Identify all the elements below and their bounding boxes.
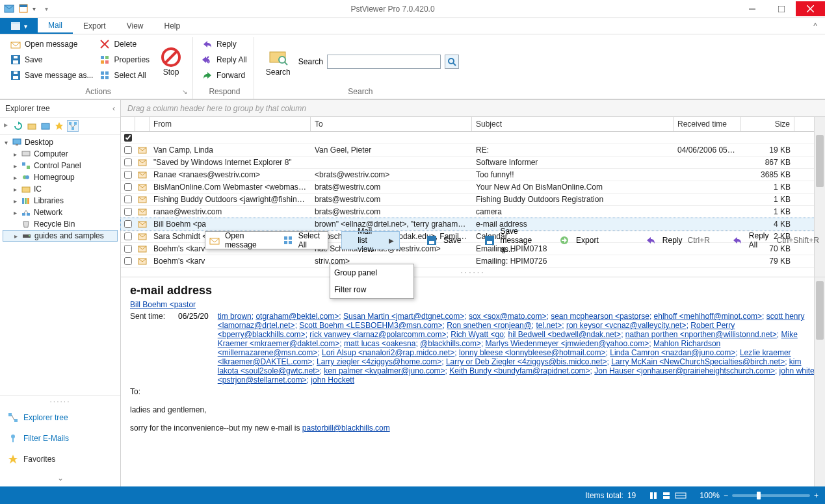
row-checkbox[interactable] <box>124 245 132 253</box>
row-checkbox[interactable] <box>124 233 132 240</box>
filter-row[interactable] <box>121 132 825 144</box>
quickaccess-icon[interactable] <box>18 3 30 15</box>
tab-export[interactable]: Export <box>73 18 116 34</box>
column-received[interactable]: Received time <box>674 117 741 131</box>
tree-node-ic[interactable]: ▸IC <box>3 183 118 195</box>
recipient-link[interactable]: Jon Hauser <jonhauser@prairieheightschur… <box>594 366 775 375</box>
view-icon-2[interactable] <box>662 491 671 500</box>
ctx-group-panel[interactable]: Group panel <box>330 264 413 281</box>
recipient-link[interactable]: ron keysor <vcnaz@valleycity.net> <box>566 321 687 330</box>
recipient-link[interactable]: ken palmer <kvpalmer@juno.com> <box>324 366 445 375</box>
recipient-link[interactable]: Lori Alsup <nanalori2@rap.midco.net> <box>322 348 454 357</box>
dialog-launcher-icon[interactable]: ↘ <box>182 88 187 95</box>
ctx-export[interactable]: Export <box>554 232 618 249</box>
recipient-link[interactable]: Larry or Deb Ziegler <4ziggys@bis.midco.… <box>446 357 607 366</box>
search-input[interactable] <box>327 55 441 69</box>
select-all-button[interactable]: Select All <box>98 68 151 82</box>
recipient-link[interactable]: otgraham@bektel.com> <box>255 312 339 321</box>
row-checkbox[interactable] <box>124 158 132 166</box>
row-checkbox[interactable] <box>124 257 132 265</box>
reply-all-button[interactable]: Reply All <box>201 53 248 67</box>
tree-node-network[interactable]: ▸Network <box>3 207 118 218</box>
star-icon[interactable] <box>53 120 65 132</box>
column-to[interactable]: To <box>311 117 472 131</box>
table-row[interactable]: Van Camp, LindaVan Geel, PieterRE:04/06/… <box>121 144 825 157</box>
view-icon-3[interactable] <box>675 491 687 500</box>
search-big-button[interactable]: Search <box>262 47 295 77</box>
save-as-button[interactable]: Save message as... <box>9 68 94 82</box>
tab-view[interactable]: View <box>116 18 154 34</box>
row-checkbox[interactable] <box>124 171 132 179</box>
preview-scrollbar[interactable] <box>814 277 825 486</box>
ctx-save[interactable]: Save <box>421 232 480 249</box>
filter-checkbox[interactable] <box>124 134 132 142</box>
recipient-link[interactable]: Keith Bundy <bundyfam@rapidnet.com> <box>449 366 590 375</box>
recipient-link[interactable]: Ron snethen <ronjean@ <box>447 321 532 330</box>
table-row[interactable]: ranae@westriv.combrats@westriv.comcamera… <box>121 206 825 218</box>
minimize-button[interactable] <box>737 1 766 16</box>
properties-button[interactable]: Properties <box>98 53 151 67</box>
sidebar-chevron-down-icon[interactable]: ⌄ <box>0 470 120 486</box>
tree-node-control-panel[interactable]: ▸Control Panel <box>3 160 118 171</box>
recipient-link[interactable]: Susan Martin <jmart@dtgnet.com> <box>343 312 464 321</box>
preview-from-link[interactable]: Bill Boehm <pastor <box>130 300 196 309</box>
ctx-reply[interactable]: ReplyCtrl+R <box>640 232 729 249</box>
tree-node-desktop[interactable]: ▾Desktop <box>3 136 118 148</box>
table-row[interactable]: BisManOnline.Com Webmaster <webmaster@bi… <box>121 181 825 194</box>
table-row[interactable]: "Saved by Windows Internet Explorer 8"So… <box>121 157 825 169</box>
icon-column-header[interactable] <box>135 117 150 131</box>
row-checkbox[interactable] <box>124 195 132 203</box>
table-row[interactable]: Fishing Buddy Outdoors <jawright@fishing… <box>121 194 825 206</box>
table-row[interactable]: Ranae <ranaes@westriv.com><brats@westriv… <box>121 169 825 181</box>
quickaccess-dropdown-icon[interactable]: ▾ <box>33 5 36 12</box>
row-checkbox[interactable] <box>124 220 132 228</box>
forward-button[interactable]: Forward <box>201 68 248 82</box>
recipient-link[interactable]: tim brown <box>218 312 252 321</box>
reply-button[interactable]: Reply <box>201 37 248 51</box>
ctx-select-all[interactable]: Select All <box>279 232 342 249</box>
recipient-link[interactable]: sox <sox@mato.com> <box>469 312 547 321</box>
recipient-link[interactable]: Linda Camron <nazdan@juno.com> <box>610 348 735 357</box>
column-from[interactable]: From <box>150 117 311 131</box>
recipient-link[interactable]: Larry McKain <NewChurchSpecialties@birch… <box>611 357 785 366</box>
checkbox-column-header[interactable] <box>121 117 135 131</box>
toolbar-expand-icon[interactable]: ▸ <box>4 120 10 132</box>
tab-mail[interactable]: Mail <box>38 18 73 34</box>
ctx-reply-all[interactable]: Reply AllCtrl+Shift+R <box>729 232 825 249</box>
recipient-link[interactable]: lonny bleese <lonnybleese@hotmail.com> <box>459 348 606 357</box>
sidebar-nav-explorer[interactable]: Explorer tree <box>0 407 120 428</box>
view-icon-1[interactable] <box>649 491 658 500</box>
ctx-filter-row[interactable]: Filter row <box>330 281 413 298</box>
ctx-mail-list-view[interactable]: Mail list view▶ <box>342 232 399 249</box>
save-button[interactable]: Save <box>9 53 94 67</box>
table-row[interactable]: Boehm's <karvstriv.com>Emailing: HPIM072… <box>121 255 825 268</box>
table-row[interactable]: Bill Boehm <pabrown" <ellnaz@drtel.net>,… <box>121 218 825 231</box>
row-checkbox[interactable] <box>124 208 132 216</box>
tree-node-libraries[interactable]: ▸Libraries <box>3 195 118 207</box>
sidebar-collapse-icon[interactable]: ‹ <box>112 104 115 113</box>
recipient-link[interactable]: Larry ziegler <4ziggys@home.com> <box>317 357 441 366</box>
stop-button[interactable]: Stop <box>155 37 187 86</box>
recipient-link[interactable]: Marlys Wiedenmeyer <jmwieden@yahoo.com> <box>486 339 649 348</box>
recipient-link[interactable]: @blackhills.com> <box>420 339 481 348</box>
tree-node-computer[interactable]: ▸Computer <box>3 148 118 160</box>
zoom-in-button[interactable]: + <box>814 491 818 500</box>
open-message-button[interactable]: Open message <box>9 37 94 51</box>
row-checkbox[interactable] <box>124 183 132 191</box>
mailbox-icon[interactable] <box>40 120 51 132</box>
grid-scrollbar[interactable] <box>814 117 825 277</box>
recipient-link[interactable]: Rich Wyatt <go <box>451 330 504 339</box>
column-size[interactable]: Size <box>741 117 794 131</box>
zoom-slider[interactable] <box>732 494 810 497</box>
ctx-open-message[interactable]: Open message <box>205 232 279 249</box>
tree-icon[interactable] <box>67 120 79 132</box>
column-subject[interactable]: Subject <box>472 117 674 131</box>
ctx-save-as[interactable]: Save message as... <box>480 232 554 249</box>
maximize-button[interactable] <box>766 1 796 16</box>
zoom-out-button[interactable]: − <box>724 491 728 500</box>
tab-help[interactable]: Help <box>154 18 191 34</box>
row-checkbox[interactable] <box>124 146 132 154</box>
file-tab[interactable]: ▾ <box>0 18 38 34</box>
recipient-link[interactable]: ehlhoff <mehlhoff@minot.com> <box>654 312 763 321</box>
recipient-link[interactable]: nathan porthen <nporthen@willistonnd.net… <box>625 330 777 339</box>
